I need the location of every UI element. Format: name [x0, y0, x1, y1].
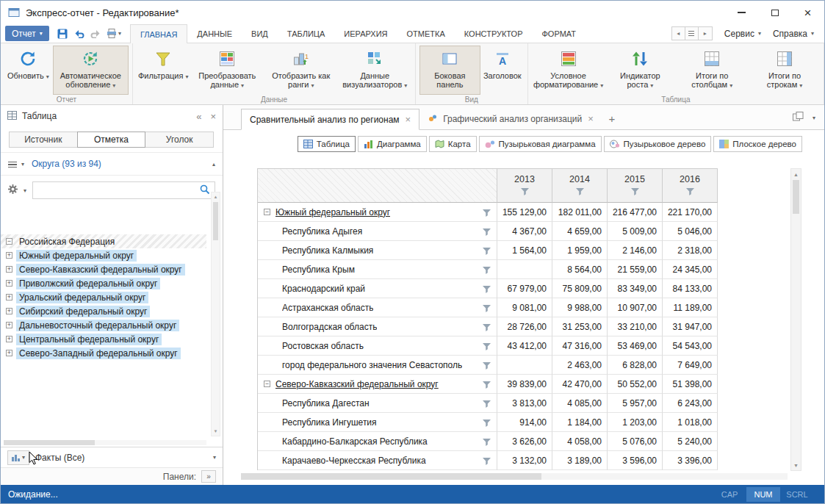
report-menu-button[interactable]: Отчет▾: [5, 26, 49, 41]
filter-icon[interactable]: [483, 285, 491, 295]
doc-tab[interactable]: Сравнительный анализ по регионам×: [241, 109, 419, 130]
year-header[interactable]: 2015: [608, 169, 663, 203]
tab-scroll-left-button[interactable]: ◂: [672, 27, 685, 40]
ribbon-button[interactable]: Преобразовать данные▾: [191, 46, 264, 95]
minimize-button[interactable]: [725, 1, 758, 24]
scroll-thumb[interactable]: [4, 440, 95, 445]
sidebar-scrollbar[interactable]: ▲ ▼: [211, 192, 220, 436]
tab-scroll-right-button[interactable]: ▸: [699, 27, 712, 40]
sidebar-tab[interactable]: Уголок: [145, 132, 214, 148]
filter-icon[interactable]: [483, 342, 491, 353]
tree-item[interactable]: +Уральский федеральный округ: [1, 290, 206, 304]
expander-icon[interactable]: +: [6, 266, 12, 273]
row-header[interactable]: Краснодарский край: [258, 279, 497, 298]
print-button[interactable]: ▾: [105, 26, 123, 41]
year-header[interactable]: 2016: [663, 169, 718, 203]
filter-icon[interactable]: [483, 381, 491, 391]
table-hscrollbar[interactable]: [241, 473, 788, 480]
ribbon-button[interactable]: Обновить▾: [4, 46, 52, 95]
new-tab-button[interactable]: +: [602, 108, 622, 129]
dropdown-arrow-icon[interactable]: ▾: [213, 454, 216, 461]
tree-item[interactable]: +Приволжский федеральный округ: [1, 276, 206, 290]
ribbon-tab[interactable]: ВИД: [242, 24, 278, 43]
ribbon-button[interactable]: Боковая панель: [419, 46, 480, 95]
row-header[interactable]: город федерального значения Севастополь: [258, 356, 497, 375]
expander-icon[interactable]: +: [6, 308, 12, 314]
view-button[interactable]: Пузырьковое дерево: [604, 136, 712, 152]
sidebar-tab[interactable]: Источник: [9, 132, 78, 148]
close-button[interactable]: ×: [791, 1, 824, 24]
expander-icon[interactable]: −: [6, 238, 12, 245]
row-header[interactable]: Республика Дагестан: [258, 394, 497, 413]
save-button[interactable]: [54, 26, 71, 41]
filter-icon[interactable]: [483, 323, 491, 334]
ribbon-button[interactable]: Итоги по строкам▾: [749, 46, 820, 95]
row-header[interactable]: −Южный федеральный округ: [258, 203, 497, 222]
row-header[interactable]: Республика Ингушетия: [258, 413, 497, 432]
row-header[interactable]: Республика Калмыкия: [258, 241, 497, 260]
undo-button[interactable]: [71, 26, 87, 41]
scroll-thumb[interactable]: [241, 473, 541, 480]
tree-root[interactable]: −Российская Федерация: [1, 234, 206, 248]
year-header[interactable]: 2013: [497, 169, 552, 203]
scroll-down-icon[interactable]: ▼: [212, 427, 220, 436]
filter-icon[interactable]: [483, 361, 491, 372]
ribbon-tab[interactable]: ОТМЕТКА: [397, 24, 455, 43]
expander-icon[interactable]: +: [6, 336, 12, 342]
ribbon-button[interactable]: AЗаголовок: [481, 46, 524, 95]
expander-icon[interactable]: +: [6, 350, 12, 356]
filter-icon[interactable]: [483, 400, 491, 410]
filter-icon[interactable]: [483, 209, 491, 219]
filter-icon[interactable]: [483, 304, 491, 314]
ribbon-button[interactable]: Условное форматирование▾: [532, 46, 605, 95]
sidebar-tab[interactable]: Отметка: [77, 132, 146, 148]
row-header[interactable]: Карачаево-Черкесская Республика: [258, 451, 497, 470]
ribbon-tab[interactable]: ИЕРАРХИЯ: [334, 24, 397, 43]
row-header[interactable]: Ростовская область: [258, 336, 497, 356]
tree-item[interactable]: +Северо-Кавказский федеральный округ: [1, 262, 206, 276]
row-header[interactable]: Кабардино-Балкарская Республика: [258, 432, 497, 451]
scroll-down-icon[interactable]: ▼: [791, 460, 801, 470]
expander-icon[interactable]: +: [6, 280, 12, 287]
menu-icon[interactable]: [8, 161, 17, 168]
help-menu[interactable]: Справка▾: [773, 29, 814, 39]
tree-item[interactable]: +Дальневосточный федеральный округ: [1, 318, 206, 332]
service-menu[interactable]: Сервис▾: [724, 29, 761, 39]
filter-icon[interactable]: [483, 457, 491, 467]
maximize-button[interactable]: [758, 1, 791, 24]
scroll-thumb[interactable]: [213, 202, 218, 240]
view-button[interactable]: Диаграмма: [358, 136, 427, 152]
ribbon-button[interactable]: Индикатор роста▾: [605, 46, 674, 95]
filter-icon[interactable]: [521, 187, 529, 198]
view-button[interactable]: Карта: [429, 136, 477, 152]
close-panel-icon[interactable]: ×: [210, 111, 216, 122]
ribbon-button[interactable]: Итоги по столбцам▾: [675, 46, 749, 95]
tree-item[interactable]: +Южный федеральный округ: [1, 248, 206, 262]
ribbon-button[interactable]: Автоматическое обновление▾: [53, 46, 129, 95]
ribbon-button[interactable]: 1Отобразить как ранги▾: [264, 46, 338, 95]
view-button[interactable]: Таблица: [298, 136, 356, 152]
search-icon[interactable]: [200, 184, 210, 197]
tree-item[interactable]: +Центральный федеральный округ: [1, 332, 206, 346]
scroll-up-icon[interactable]: ▲: [791, 169, 801, 179]
filter-icon[interactable]: [483, 228, 491, 238]
filter-icon[interactable]: [483, 419, 491, 429]
gear-icon[interactable]: [8, 184, 18, 196]
ribbon-tab[interactable]: ДАННЫЕ: [187, 24, 242, 43]
row-header[interactable]: −Северо-Кавказский федеральный округ: [258, 375, 497, 394]
filter-icon[interactable]: [631, 187, 639, 198]
redo-button[interactable]: [88, 26, 104, 41]
tree-item[interactable]: +Северо-Западный федеральный округ: [1, 346, 206, 360]
view-button[interactable]: Пузырьковая диаграмма: [479, 136, 602, 152]
collapse-panel-icon[interactable]: «: [196, 111, 201, 122]
filter-icon[interactable]: [686, 187, 694, 198]
tab-list-button[interactable]: [685, 27, 699, 40]
dropdown-arrow-icon[interactable]: ▾: [813, 115, 815, 121]
ribbon-tab[interactable]: ГЛАВНАЯ: [130, 24, 187, 43]
close-tab-icon[interactable]: ×: [588, 113, 594, 124]
collapse-icon[interactable]: −: [264, 209, 270, 215]
filter-icon[interactable]: [576, 187, 584, 198]
collapse-section-icon[interactable]: ▴: [212, 161, 215, 168]
close-tab-icon[interactable]: ×: [406, 114, 411, 125]
ribbon-button[interactable]: Фильтрация▾: [137, 46, 190, 95]
